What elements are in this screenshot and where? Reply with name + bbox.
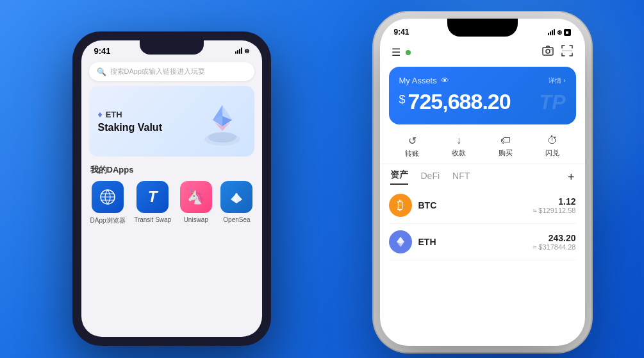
right-time: 9:41 xyxy=(394,28,409,37)
dapp-transit-label: Transit Swap xyxy=(134,216,171,223)
eth-name: ETH xyxy=(418,237,533,247)
dapp-uniswap[interactable]: 🦄 Uniswap xyxy=(180,181,212,225)
dapp-opensea-label: OpenSea xyxy=(223,216,250,223)
tab-assets[interactable]: 资产 xyxy=(390,169,408,185)
svg-point-12 xyxy=(235,193,238,196)
eth-diamond-icon: ♦ xyxy=(98,109,103,119)
flash-label: 闪兑 xyxy=(545,148,559,158)
dapps-grid: DApp浏览器 T Transit Swap 🦄 Uniswap xyxy=(81,181,262,225)
svg-rect-13 xyxy=(543,47,553,55)
btc-usd: ≈ $129112.58 xyxy=(533,207,575,214)
eth-values: 243.20 ≈ $317844.28 xyxy=(533,233,575,251)
assets-card-header: My Assets 👁 详情 › xyxy=(399,76,566,85)
scan-icon[interactable] xyxy=(561,44,574,60)
eye-icon[interactable]: 👁 xyxy=(441,76,449,85)
connection-dot xyxy=(406,50,411,55)
assets-number: 725,688.20 xyxy=(408,89,511,114)
receive-label: 收款 xyxy=(452,148,466,158)
buy-label: 购买 xyxy=(499,148,513,158)
receive-icon: ↓ xyxy=(456,135,461,146)
dapp-browser-label: DApp浏览器 xyxy=(90,216,126,225)
search-placeholder: 搜索DApp或输入链接进入玩耍 xyxy=(110,67,206,76)
left-phone: 9:41 ⊛ 🔍 搜索DApp或输入链接进入玩耍 xyxy=(72,31,271,346)
right-phone-notch xyxy=(447,19,518,37)
tabs-plus-button[interactable]: + xyxy=(568,171,575,184)
svg-point-14 xyxy=(546,49,550,53)
dapp-browser-icon xyxy=(92,181,124,213)
dapps-section-label: 我的DApps xyxy=(81,163,262,181)
action-row: ↺ 转账 ↓ 收款 🏷 购买 ⏱ 闪兑 xyxy=(380,131,585,164)
wifi-icon: ⊛ xyxy=(244,47,249,55)
header-right xyxy=(541,44,574,60)
camera-icon[interactable] xyxy=(541,44,554,60)
dapp-transit-icon: T xyxy=(136,181,169,213)
phones-container: 9:41 ⊛ 🔍 搜索DApp或输入链接进入玩耍 xyxy=(34,12,611,346)
hamburger-icon[interactable]: ☰ xyxy=(392,46,400,58)
dapp-uniswap-icon: 🦄 xyxy=(180,181,212,213)
header-icons: ☰ xyxy=(380,42,585,64)
left-phone-notch xyxy=(140,40,204,55)
asset-item-eth[interactable]: ETH 243.20 ≈ $317844.28 xyxy=(389,224,576,260)
action-buy[interactable]: 🏷 购买 xyxy=(499,135,513,158)
battery-icon: ■ xyxy=(564,29,571,36)
eth-logo xyxy=(389,230,412,253)
right-status-icons: ⊛ ■ xyxy=(548,29,571,36)
dapp-opensea[interactable]: OpenSea xyxy=(220,181,252,225)
assets-card: My Assets 👁 详情 › $ 725,688.20 TP xyxy=(389,67,576,124)
dapp-browser[interactable]: DApp浏览器 xyxy=(90,181,126,225)
header-left: ☰ xyxy=(392,46,411,58)
tabs-row: 资产 DeFi NFT + xyxy=(380,164,585,187)
transfer-label: 转账 xyxy=(405,149,419,158)
signal-icon xyxy=(235,47,242,54)
dollar-sign: $ xyxy=(399,89,406,107)
eth-amount: 243.20 xyxy=(533,233,575,243)
action-flash[interactable]: ⏱ 闪兑 xyxy=(545,135,559,158)
transfer-icon: ↺ xyxy=(408,135,417,147)
left-time: 9:41 xyxy=(94,46,111,56)
buy-icon: 🏷 xyxy=(500,135,511,146)
asset-item-btc[interactable]: ₿ BTC 1.12 ≈ $129112.58 xyxy=(389,187,576,224)
dapp-uniswap-label: Uniswap xyxy=(184,216,208,223)
dapp-opensea-icon xyxy=(220,181,252,213)
tp-watermark: TP xyxy=(540,90,566,114)
eth-banner[interactable]: ♦ ETH Staking Valut xyxy=(89,86,254,157)
search-bar[interactable]: 🔍 搜索DApp或输入链接进入玩耍 xyxy=(89,62,254,81)
left-status-icons: ⊛ xyxy=(235,47,249,55)
action-receive[interactable]: ↓ 收款 xyxy=(452,135,466,158)
right-wifi-icon: ⊛ xyxy=(557,29,562,36)
asset-list: ₿ BTC 1.12 ≈ $129112.58 ETH 243.2 xyxy=(380,187,585,260)
search-icon: 🔍 xyxy=(97,67,106,76)
btc-logo: ₿ xyxy=(389,194,412,217)
assets-title-text: My Assets xyxy=(399,76,437,85)
tab-defi[interactable]: DeFi xyxy=(421,171,440,183)
right-phone: 9:41 ⊛ ■ ☰ xyxy=(380,19,585,346)
btc-name: BTC xyxy=(418,200,533,210)
svg-point-1 xyxy=(208,132,236,142)
btc-values: 1.12 ≈ $129112.58 xyxy=(533,196,575,214)
tab-nft[interactable]: NFT xyxy=(452,171,470,183)
assets-amount: $ 725,688.20 TP xyxy=(399,89,566,114)
eth-usd: ≈ $317844.28 xyxy=(533,243,575,251)
btc-amount: 1.12 xyxy=(533,196,575,207)
action-transfer[interactable]: ↺ 转账 xyxy=(405,135,419,158)
assets-title: My Assets 👁 xyxy=(399,76,449,85)
svg-point-15 xyxy=(550,49,552,50)
dapp-transit[interactable]: T Transit Swap xyxy=(134,181,171,225)
flash-icon: ⏱ xyxy=(547,135,557,146)
eth-graphic xyxy=(197,96,248,147)
assets-detail-link[interactable]: 详情 › xyxy=(549,76,566,85)
right-signal-icon xyxy=(548,29,555,35)
